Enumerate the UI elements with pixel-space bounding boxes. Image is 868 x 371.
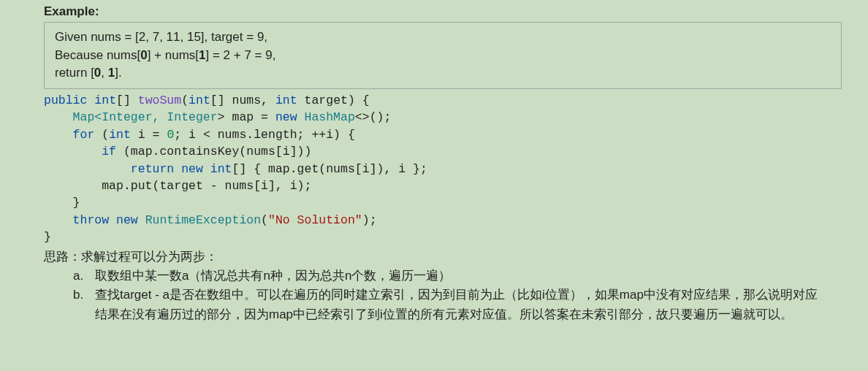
code-token: 0 <box>167 128 174 142</box>
code-token <box>297 110 305 124</box>
example-text: ]. <box>115 66 121 80</box>
list-body: 取数组中某一数a（情况总共有n种，因为总共n个数，遍历一遍） <box>95 267 842 286</box>
example-label: Example: <box>44 4 855 19</box>
code-token <box>109 213 116 227</box>
example-line-2: Because nums[0] + nums[1] = 2 + 7 = 9, <box>55 47 831 65</box>
code-token <box>44 145 102 158</box>
code-token: > map = <box>218 110 275 124</box>
code-token: ( <box>181 93 189 107</box>
code-token: ; i < nums.length; ++i) { <box>174 128 355 142</box>
list-item: b. 查找target - a是否在数组中。可以在遍历的同时建立索引，因为到目前… <box>73 286 842 324</box>
code-token <box>203 162 210 176</box>
code-token: RuntimeException <box>145 213 261 227</box>
code-token: new <box>275 110 297 124</box>
code-token: Map <box>73 110 95 124</box>
code-token: for <box>73 128 95 142</box>
code-token: int <box>275 93 297 107</box>
explain-head: 思路：求解过程可以分为两步： <box>44 248 842 267</box>
code-token: ); <box>362 213 377 227</box>
list-marker: b. <box>73 286 95 324</box>
code-token <box>174 162 181 176</box>
code-token: ( <box>94 128 109 142</box>
code-token: int <box>189 93 210 107</box>
code-token: if <box>102 145 116 158</box>
example-text: , <box>101 66 107 80</box>
code-token: int <box>210 162 232 176</box>
example-text: return [ <box>55 66 94 80</box>
code-token: , <box>153 110 167 124</box>
example-line-1: Given nums = [2, 7, 11, 15], target = 9, <box>55 28 831 47</box>
code-token: [] { map.get(nums[i]), i }; <box>232 162 427 176</box>
example-bold: 0 <box>94 66 101 80</box>
code-token <box>87 93 94 107</box>
code-token <box>44 213 73 227</box>
code-token: [] nums, <box>210 93 275 107</box>
list-item: a. 取数组中某一数a（情况总共有n种，因为总共n个数，遍历一遍） <box>73 267 842 286</box>
code-token: HashMap <box>305 110 355 124</box>
code-token: (map.containsKey(nums[i])) <box>116 145 311 158</box>
page-root: Example: Given nums = [2, 7, 11, 15], ta… <box>0 0 868 371</box>
list-body: 查找target - a是否在数组中。可以在遍历的同时建立索引，因为到目前为止（… <box>95 286 842 324</box>
example-box: Given nums = [2, 7, 11, 15], target = 9,… <box>44 22 842 89</box>
code-token: Integer <box>102 110 152 124</box>
code-token <box>138 213 145 227</box>
code-token: < <box>94 110 102 124</box>
code-token: Integer <box>167 110 217 124</box>
code-token <box>44 162 131 176</box>
code-token: [] <box>116 93 138 107</box>
example-text: ] = 2 + 7 = 9, <box>206 48 276 62</box>
code-token: int <box>94 93 116 107</box>
code-token: new <box>116 213 138 227</box>
code-token: twoSum <box>138 93 181 107</box>
code-token: new <box>181 162 203 176</box>
code-block: public int[] twoSum(int[] nums, int targ… <box>44 92 855 246</box>
code-token: <>(); <box>355 110 392 124</box>
code-token: } <box>44 230 51 244</box>
code-token: target) { <box>297 93 370 107</box>
explanation: 思路：求解过程可以分为两步： a. 取数组中某一数a（情况总共有n种，因为总共n… <box>44 248 842 324</box>
code-token: i = <box>131 128 167 142</box>
code-token <box>44 128 73 142</box>
example-line-3: return [0, 1]. <box>55 64 831 83</box>
code-token: public <box>44 93 87 107</box>
list-marker: a. <box>73 267 95 286</box>
example-text: Because nums[ <box>55 48 140 62</box>
code-token: return <box>131 162 174 176</box>
code-token: map.put(target - nums[i], i); <box>44 179 311 193</box>
code-token: throw <box>73 213 110 227</box>
code-token: ( <box>261 213 268 227</box>
example-bold: 1 <box>108 66 115 80</box>
example-text: ] + nums[ <box>148 48 199 62</box>
example-bold: 1 <box>199 48 205 62</box>
code-token: "No Solution" <box>268 213 362 227</box>
code-token: int <box>109 128 131 142</box>
example-bold: 0 <box>140 48 147 62</box>
code-token: } <box>44 196 80 210</box>
code-token <box>44 110 73 124</box>
